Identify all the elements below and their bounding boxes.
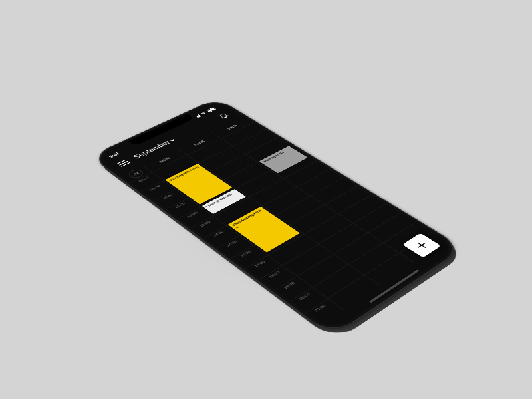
battery-icon bbox=[207, 106, 218, 112]
status-time: 9:41 bbox=[108, 152, 120, 158]
menu-icon[interactable] bbox=[117, 159, 131, 167]
notifications-icon[interactable] bbox=[216, 112, 231, 120]
svg-rect-1 bbox=[208, 108, 215, 111]
plus-icon bbox=[412, 239, 432, 252]
wifi-icon bbox=[200, 111, 208, 116]
signal-icon bbox=[194, 114, 201, 118]
chevron-down-icon bbox=[170, 139, 176, 142]
